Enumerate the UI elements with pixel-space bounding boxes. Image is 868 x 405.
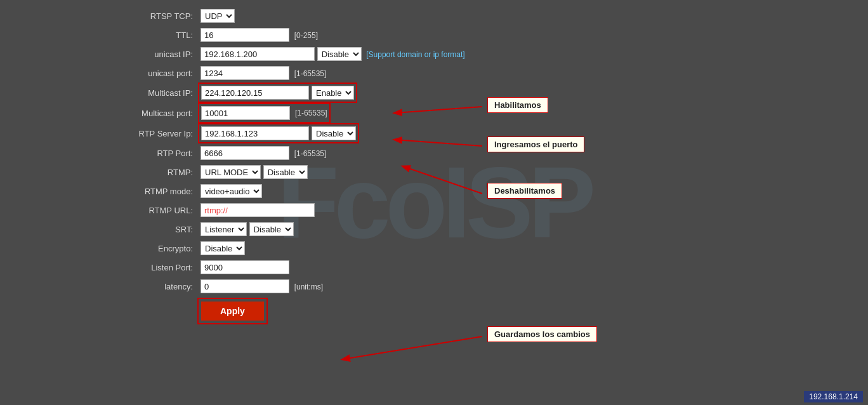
rtmp-value-cell: URL MODE Disable bbox=[197, 163, 546, 182]
rtmp-label: RTMP: bbox=[114, 163, 197, 182]
multicast-ip-label: Multicast IP: bbox=[114, 83, 197, 103]
ttl-label: TTL: bbox=[114, 25, 197, 44]
latency-unit: [unit:ms] bbox=[294, 282, 323, 291]
rtp-port-range: [1-65535] bbox=[294, 149, 327, 158]
rtmp-url-label: RTMP URL: bbox=[114, 201, 197, 220]
unicast-ip-input[interactable] bbox=[201, 47, 315, 61]
srt-label: SRT: bbox=[114, 220, 197, 239]
multicast-port-label: Multicast port: bbox=[114, 103, 197, 123]
multicast-ip-row: Multicast IP: Enable bbox=[114, 83, 546, 103]
encrypto-row: Encrypto: Disable bbox=[114, 239, 546, 258]
rtsp-tcp-row: RTSP TCP: UDP bbox=[114, 6, 546, 25]
unicast-port-row: unicast port: [1-65535] bbox=[114, 63, 546, 83]
unicast-ip-label: unicast IP: bbox=[114, 44, 197, 63]
svg-line-3 bbox=[343, 336, 482, 359]
apply-row: Apply bbox=[114, 296, 546, 324]
rtp-server-ip-highlight: Disable bbox=[201, 126, 357, 141]
multicast-ip-status-select[interactable]: Enable bbox=[312, 86, 354, 100]
latency-value-cell: [unit:ms] bbox=[197, 277, 546, 296]
rtmp-url-value-cell bbox=[197, 201, 546, 220]
annotation-guardamos: Guardamos los cambios bbox=[487, 326, 597, 342]
rtsp-tcp-label: RTSP TCP: bbox=[114, 6, 197, 25]
ttl-row: TTL: [0-255] bbox=[114, 25, 546, 44]
listen-port-input[interactable] bbox=[201, 260, 289, 274]
multicast-port-input[interactable] bbox=[201, 106, 290, 120]
latency-input[interactable] bbox=[201, 279, 289, 293]
rtmp-row: RTMP: URL MODE Disable bbox=[114, 163, 546, 182]
rtsp-tcp-select[interactable]: UDP bbox=[201, 9, 235, 23]
multicast-ip-input[interactable] bbox=[201, 86, 309, 100]
rtp-port-row: RTP Port: [1-65535] bbox=[114, 143, 546, 163]
srt-row: SRT: Listener Disable bbox=[114, 220, 546, 239]
rtmp-mode-row: RTMP mode: video+audio bbox=[114, 182, 546, 201]
unicast-port-value-cell: [1-65535] bbox=[197, 63, 546, 83]
annotation-deshabilitamos: Deshabilitamos bbox=[487, 183, 562, 199]
srt-mode-select[interactable]: Listener bbox=[201, 222, 247, 236]
latency-label: latency: bbox=[114, 277, 197, 296]
listen-port-label: Listen Port: bbox=[114, 258, 197, 277]
srt-value-cell: Listener Disable bbox=[197, 220, 546, 239]
ttl-range: [0-255] bbox=[294, 31, 318, 40]
apply-button[interactable]: Apply bbox=[201, 302, 264, 321]
rtsp-tcp-value-cell: UDP bbox=[197, 6, 546, 25]
annotation-habilitamos: Habilitamos bbox=[487, 97, 548, 113]
multicast-port-row: Multicast port: [1-65535] bbox=[114, 103, 546, 123]
unicast-port-input[interactable] bbox=[201, 66, 289, 80]
unicast-ip-value-cell: Disable [Support domain or ip format] bbox=[197, 44, 546, 63]
unicast-ip-status-select[interactable]: Disable bbox=[317, 47, 362, 61]
unicast-ip-row: unicast IP: Disable [Support domain or i… bbox=[114, 44, 546, 63]
rtmp-url-row: RTMP URL: bbox=[114, 201, 546, 220]
multicast-port-highlight: [1-65535] bbox=[201, 105, 328, 121]
multicast-ip-highlight: Enable bbox=[201, 85, 355, 100]
listen-port-row: Listen Port: bbox=[114, 258, 546, 277]
rtp-port-input[interactable] bbox=[201, 146, 289, 160]
rtp-server-ip-status-select[interactable]: Disable bbox=[312, 126, 356, 140]
latency-row: latency: [unit:ms] bbox=[114, 277, 546, 296]
rtmp-url-input[interactable] bbox=[201, 203, 315, 217]
ttl-value-cell: [0-255] bbox=[197, 25, 546, 44]
encrypto-label: Encrypto: bbox=[114, 239, 197, 258]
apply-button-wrap: Apply bbox=[201, 301, 265, 321]
ip-status-badge: 192.168.1.214 bbox=[804, 391, 863, 402]
apply-label-cell bbox=[114, 296, 197, 324]
annotation-ingresamos: Ingresamos el puerto bbox=[487, 136, 584, 152]
srt-status-select[interactable]: Disable bbox=[249, 222, 294, 236]
multicast-port-range: [1-65535] bbox=[295, 109, 327, 117]
rtp-port-label: RTP Port: bbox=[114, 143, 197, 163]
rtp-server-ip-row: RTP Server Ip: Disable bbox=[114, 123, 546, 143]
rtmp-status-select[interactable]: Disable bbox=[263, 165, 308, 179]
unicast-port-range: [1-65535] bbox=[294, 69, 327, 78]
rtmp-mode-select[interactable]: URL MODE bbox=[201, 165, 261, 179]
rtmp-mode-label: RTMP mode: bbox=[114, 182, 197, 201]
unicast-port-label: unicast port: bbox=[114, 63, 197, 83]
rtp-server-ip-input[interactable] bbox=[201, 126, 309, 140]
rtmp-mode-audio-select[interactable]: video+audio bbox=[201, 184, 262, 198]
settings-table: RTSP TCP: UDP TTL: [0-255] unicast IP: bbox=[114, 6, 546, 324]
encrypto-select[interactable]: Disable bbox=[201, 241, 245, 255]
rtp-server-ip-label: RTP Server Ip: bbox=[114, 123, 197, 143]
listen-port-value-cell bbox=[197, 258, 546, 277]
apply-button-cell: Apply bbox=[197, 296, 546, 324]
encrypto-value-cell: Disable bbox=[197, 239, 546, 258]
ttl-input[interactable] bbox=[201, 28, 289, 42]
form-area: RTSP TCP: UDP TTL: [0-255] unicast IP: bbox=[0, 0, 868, 336]
unicast-ip-hint: [Support domain or ip format] bbox=[366, 50, 464, 59]
